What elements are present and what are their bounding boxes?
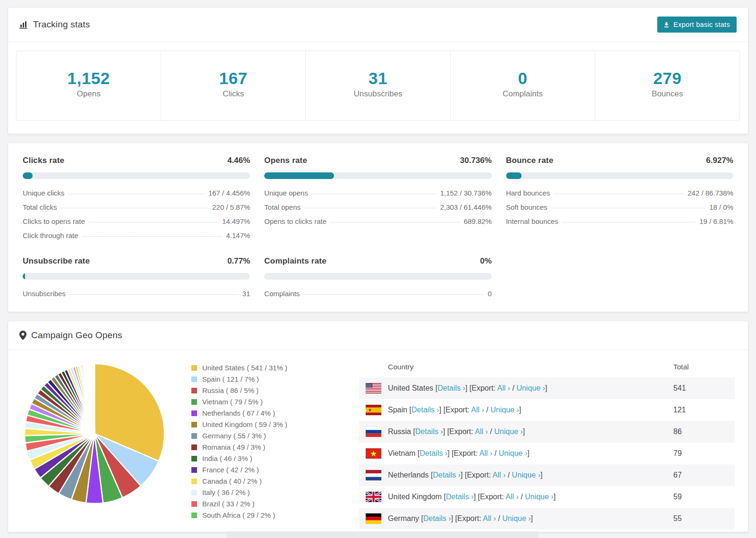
nl-flag-icon: [366, 470, 381, 480]
rate-detail-row: Hard bounces242 / 86.738%: [506, 189, 733, 197]
rate-title: Bounce rate: [506, 156, 553, 165]
rate-block-bounce-rate: Bounce rate6.927%Hard bounces242 / 86.73…: [506, 156, 733, 239]
ru-flag-icon: [366, 427, 381, 437]
details-link[interactable]: Details ›: [412, 406, 439, 414]
rate-value: 4.46%: [227, 156, 250, 165]
rate-detail-value: 167 / 4.456%: [208, 189, 250, 197]
rate-progress-fill: [264, 172, 334, 179]
stats-summary-row: 1,152Opens167Clicks31Unsubscribes0Compla…: [16, 51, 740, 121]
details-link[interactable]: Details ›: [415, 427, 443, 436]
bracket-text: ]: [527, 449, 529, 457]
slash-text: /: [496, 514, 502, 522]
export-unique-link[interactable]: Unique ›: [512, 471, 540, 479]
rate-progress-bar: [23, 172, 250, 179]
geo-table-row-vn: Vietnam [Details ›] [Export: All › / Uni…: [359, 443, 735, 464]
bracket-text: ]: [519, 406, 521, 414]
rate-value: 6.927%: [706, 156, 733, 165]
bracket-text: ]: [531, 514, 533, 522]
rate-progress-bar: [264, 172, 491, 179]
rate-detail-label: Total opens: [264, 203, 301, 211]
tracking-stats-card: Tracking stats Export basic stats 1,152O…: [8, 7, 748, 134]
dotted-leader: [61, 208, 209, 208]
legend-color-chip: [191, 501, 197, 507]
dotted-leader: [69, 294, 239, 295]
us-flag-icon: [366, 383, 381, 393]
details-link[interactable]: Details ›: [423, 514, 451, 522]
details-link[interactable]: Details ›: [433, 471, 461, 479]
export-basic-stats-label: Export basic stats: [673, 21, 730, 28]
legend-item-netherlands: Netherlands ( 67 / 4% ): [191, 409, 326, 417]
geo-table-total-cell: 67: [673, 471, 735, 479]
rate-title: Unsubscribe rate: [23, 256, 90, 266]
vn-flag-icon: [366, 448, 381, 459]
export-all-link[interactable]: All ›: [480, 449, 493, 457]
rate-value: 30.736%: [460, 156, 492, 165]
rate-detail-value: 4.147%: [226, 231, 250, 239]
rate-detail-value: 14.497%: [222, 217, 250, 225]
rate-detail-label: Hard bounces: [506, 189, 550, 197]
geo-table-country-cell: Germany [Details ›] [Export: All › / Uni…: [388, 514, 673, 523]
rate-detail-label: Internal bounces: [506, 217, 558, 225]
legend-item-romania: Romania ( 49 / 3% ): [191, 443, 326, 451]
geo-table-row-gb: United Kingdom [Details ›] [Export: All …: [359, 486, 735, 508]
dotted-leader: [312, 194, 436, 194]
rate-detail-row: Opens to clicks rate689.82%: [264, 217, 491, 225]
export-all-link[interactable]: All ›: [471, 406, 484, 414]
export-unique-link[interactable]: Unique ›: [502, 514, 531, 522]
legend-color-chip: [191, 444, 197, 450]
rate-progress-bar: [23, 273, 250, 280]
tracking-stats-header: Tracking stats Export basic stats: [8, 8, 748, 42]
rate-detail-row: Soft bounces18 / 0%: [506, 203, 733, 211]
rate-detail-value: 220 / 5.87%: [212, 203, 250, 211]
legend-color-chip: [191, 467, 197, 473]
legend-label: Brazil ( 33 / 2% ): [202, 500, 255, 508]
export-unique-link[interactable]: Unique ›: [494, 427, 523, 436]
stat-label: Clicks: [161, 89, 305, 99]
map-pin-icon: [19, 331, 26, 340]
bottom-strip: [227, 531, 539, 538]
bracket-text: [: [411, 427, 415, 436]
geo-table-country-cell: Netherlands [Details ›] [Export: All › /…: [388, 471, 673, 479]
bracket-text: ] [Export:: [439, 406, 472, 414]
stat-value: 1,152: [17, 69, 161, 88]
geo-table-country-cell: Spain [Details ›] [Export: All › / Uniqu…: [388, 406, 673, 414]
rate-detail-row: Click through rate4.147%: [23, 231, 250, 239]
dotted-leader: [303, 294, 484, 295]
export-unique-link[interactable]: Unique ›: [516, 384, 545, 392]
campaign-geo-opens-card: Campaign Geo Opens United States ( 541 /…: [8, 321, 748, 532]
download-icon: [663, 21, 670, 28]
legend-item-canada: Canada ( 40 / 2% ): [191, 477, 326, 485]
rate-detail-label: Total clicks: [23, 203, 57, 211]
export-all-link[interactable]: All ›: [497, 384, 510, 392]
dotted-leader: [89, 222, 218, 222]
rate-block-complaints-rate: Complaints rate0%Complaints0: [264, 256, 491, 298]
details-link[interactable]: Details ›: [420, 449, 447, 457]
geo-table-country-cell: Russia [Details ›] [Export: All › / Uniq…: [388, 427, 673, 436]
details-link[interactable]: Details ›: [446, 493, 474, 501]
export-all-link[interactable]: All ›: [492, 471, 506, 479]
geo-table-country-cell: United States [Details ›] [Export: All ›…: [388, 384, 673, 393]
bracket-text: ]: [545, 384, 547, 392]
rate-block-clicks-rate: Clicks rate4.46%Unique clicks167 / 4.456…: [23, 156, 250, 239]
export-all-link[interactable]: All ›: [483, 514, 496, 522]
export-unique-link[interactable]: Unique ›: [525, 493, 553, 501]
stat-cell-opens: 1,152Opens: [17, 51, 161, 120]
rate-progress-fill: [506, 172, 522, 179]
details-link[interactable]: Details ›: [438, 384, 465, 392]
bracket-text: ] [Export:: [451, 514, 483, 522]
export-all-link[interactable]: All ›: [506, 493, 519, 501]
bracket-text: [: [433, 384, 438, 392]
geo-table-country-cell: Vietnam [Details ›] [Export: All › / Uni…: [388, 449, 673, 458]
export-unique-link[interactable]: Unique ›: [498, 449, 527, 457]
export-basic-stats-button[interactable]: Export basic stats: [657, 17, 737, 33]
export-unique-link[interactable]: Unique ›: [490, 406, 519, 414]
rate-detail-value: 19 / 6.81%: [699, 217, 733, 225]
legend-color-chip: [191, 365, 197, 371]
stat-cell-bounces: 279Bounces: [595, 51, 739, 120]
legend-label: Spain ( 121 / 7% ): [202, 375, 259, 383]
slash-text: /: [484, 406, 490, 414]
export-all-link[interactable]: All ›: [475, 427, 488, 436]
bracket-text: ]: [553, 493, 555, 501]
geo-header: Campaign Geo Opens: [8, 321, 748, 350]
rate-progress-bar: [264, 273, 491, 280]
